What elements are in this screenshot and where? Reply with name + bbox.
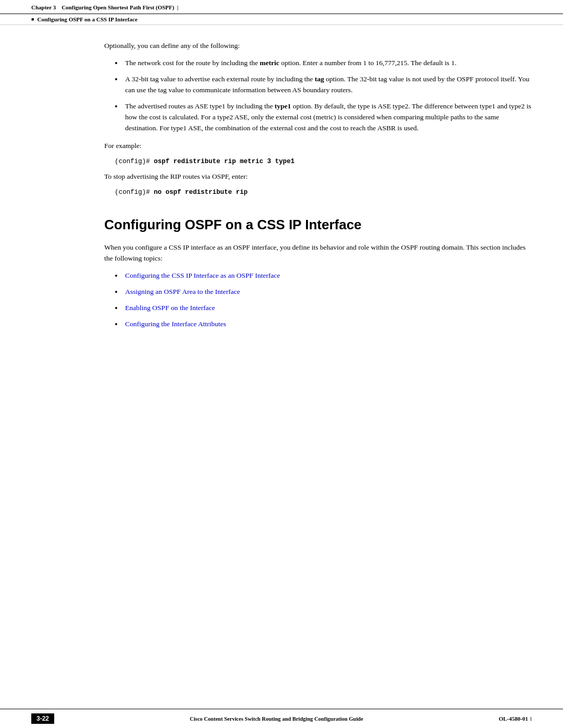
topic-links-list: Configuring the CSS IP Interface as an O… xyxy=(115,270,532,330)
main-content: Optionally, you can define any of the fo… xyxy=(0,25,563,353)
sub-header-text: Configuring OSPF on a CSS IP Interface xyxy=(31,16,532,22)
list-item: Enabling OSPF on the Interface xyxy=(115,303,532,314)
code-block-2: (config)# no ospf redistribute rip xyxy=(115,189,532,196)
code2-prefix: (config)# xyxy=(115,189,154,196)
bullet-bold-1: metric xyxy=(260,59,279,67)
list-item: The network cost for the route by includ… xyxy=(115,58,532,69)
list-item: The advertised routes as ASE type1 by in… xyxy=(115,101,532,134)
bullet-text-3-before: The advertised routes as ASE type1 by in… xyxy=(125,102,275,110)
bullet-bold-3: type1 xyxy=(275,102,291,110)
list-item: A 32-bit tag value to advertise each ext… xyxy=(115,74,532,96)
header-left: Chapter 3 Configuring Open Shortest Path… xyxy=(31,4,178,10)
intro-paragraph: Optionally, you can define any of the fo… xyxy=(104,41,532,52)
separator: | xyxy=(177,4,178,10)
topic-link-3[interactable]: Enabling OSPF on the Interface xyxy=(125,304,215,312)
chapter-label: Chapter 3 xyxy=(31,4,56,10)
list-item: Assigning an OSPF Area to the Interface xyxy=(115,287,532,298)
bullet-text-1-after: option. Enter a number from 1 to 16,777,… xyxy=(279,59,457,67)
list-item: Configuring the Interface Attributes xyxy=(115,319,532,330)
section-heading: Configuring OSPF on a CSS IP Interface xyxy=(104,217,532,233)
list-item: Configuring the CSS IP Interface as an O… xyxy=(115,270,532,281)
footer-doc-number: OL-4580-01 xyxy=(499,715,532,722)
topic-link-4[interactable]: Configuring the Interface Attributes xyxy=(125,320,226,328)
footer-title: Cisco Content Services Switch Routing an… xyxy=(54,716,499,722)
sub-header: Configuring OSPF on a CSS IP Interface xyxy=(0,14,563,25)
bullet-list: The network cost for the route by includ… xyxy=(115,58,532,134)
bullet-text-2-before: A 32-bit tag value to advertise each ext… xyxy=(125,75,315,83)
page-container: Chapter 3 Configuring Open Shortest Path… xyxy=(0,0,563,728)
code2-command: no ospf redistribute rip xyxy=(154,189,248,196)
code1-prefix: (config)# xyxy=(115,158,154,165)
stop-text: To stop advertising the RIP routes via O… xyxy=(104,171,532,182)
bullet-text-1-before: The network cost for the route by includ… xyxy=(125,59,260,67)
bullet-bold-2: tag xyxy=(315,75,324,83)
top-header: Chapter 3 Configuring Open Shortest Path… xyxy=(0,0,563,14)
chapter-title: Configuring Open Shortest Path First (OS… xyxy=(62,4,174,10)
sub-section-label: Configuring OSPF on a CSS IP Interface xyxy=(37,16,137,22)
bottom-footer: 3-22 Cisco Content Services Switch Routi… xyxy=(0,709,563,728)
topic-link-1[interactable]: Configuring the CSS IP Interface as an O… xyxy=(125,272,280,279)
example-label: For example: xyxy=(104,141,532,152)
code-block-1: (config)# ospf redistribute rip metric 3… xyxy=(115,158,532,165)
code1-command: ospf redistribute rip metric 3 type1 xyxy=(154,158,295,165)
topic-link-2[interactable]: Assigning an OSPF Area to the Interface xyxy=(125,288,240,295)
section-intro: When you configure a CSS IP interface as… xyxy=(104,242,532,264)
footer-page-number: 3-22 xyxy=(31,713,54,724)
